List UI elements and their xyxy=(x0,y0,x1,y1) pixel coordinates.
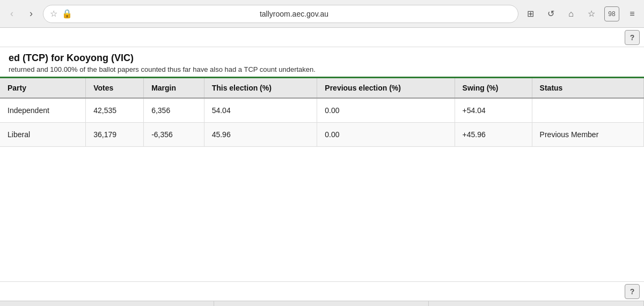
refresh-button[interactable]: ↺ xyxy=(543,6,558,21)
cell-previous-election: 0.00 xyxy=(317,123,455,147)
cell-previous-election: 0.00 xyxy=(317,98,455,123)
results-table-wrapper: Party Votes Margin This election (%) Pre… xyxy=(0,78,644,147)
cell-swing: +54.04 xyxy=(455,98,532,123)
col-previous-election: Previous election (%) xyxy=(317,78,455,98)
col-swing: Swing (%) xyxy=(455,78,532,98)
cell-party: Liberal xyxy=(0,123,86,147)
cell-swing: +45.96 xyxy=(455,123,532,147)
top-help-button[interactable]: ? xyxy=(625,30,640,45)
cell-status xyxy=(532,98,643,123)
forward-button[interactable]: › xyxy=(24,6,39,21)
col-margin: Margin xyxy=(144,78,204,98)
star-icon: ☆ xyxy=(50,9,57,19)
results-table: Party Votes Margin This election (%) Pre… xyxy=(0,78,644,147)
back-button[interactable]: ‹ xyxy=(4,6,19,21)
status-bar xyxy=(0,301,644,306)
cell-party: Independent xyxy=(0,98,86,123)
status-segment-3 xyxy=(430,301,644,306)
table-row: Independent42,5356,35654.040.00+54.04 xyxy=(0,98,644,123)
col-this-election: This election (%) xyxy=(204,78,317,98)
table-header-row: Party Votes Margin This election (%) Pre… xyxy=(0,78,644,98)
cell-this-election: 54.04 xyxy=(204,98,317,123)
top-scroll-area: ? xyxy=(0,28,644,47)
browser-actions: ⊞ ↺ ⌂ ☆ 98 ≡ xyxy=(523,6,640,21)
url-text: tallyroom.aec.gov.au xyxy=(77,10,511,18)
page-header: ed (TCP) for Kooyong (VIC) returned and … xyxy=(0,47,644,78)
col-party: Party xyxy=(0,78,86,98)
cell-margin: 6,356 xyxy=(144,98,204,123)
bookmark-button[interactable]: ☆ xyxy=(584,6,599,21)
col-status: Status xyxy=(532,78,643,98)
tab-icon-button[interactable]: ⊞ xyxy=(523,6,538,21)
col-votes: Votes xyxy=(86,78,144,98)
cell-this-election: 45.96 xyxy=(204,123,317,147)
lock-icon: 🔒 xyxy=(62,9,72,19)
address-bar[interactable]: ☆ 🔒 tallyroom.aec.gov.au xyxy=(43,5,518,23)
bottom-scroll-area: ? xyxy=(0,281,644,301)
cell-margin: -6,356 xyxy=(144,123,204,147)
page-subtitle: returned and 100.00% of the ballot paper… xyxy=(9,65,635,73)
badge-button[interactable]: 98 xyxy=(604,6,619,21)
home-button[interactable]: ⌂ xyxy=(564,6,579,21)
cell-votes: 42,535 xyxy=(86,98,144,123)
page-title: ed (TCP) for Kooyong (VIC) xyxy=(9,53,635,64)
menu-button[interactable]: ≡ xyxy=(625,6,640,21)
cell-votes: 36,179 xyxy=(86,123,144,147)
cell-status: Previous Member xyxy=(532,123,643,147)
table-row: Liberal36,179-6,35645.960.00+45.96Previo… xyxy=(0,123,644,147)
status-segment-2 xyxy=(215,301,429,306)
bottom-help-button[interactable]: ? xyxy=(625,284,640,299)
status-segment-1 xyxy=(0,301,214,306)
browser-chrome: ‹ › ☆ 🔒 tallyroom.aec.gov.au ⊞ ↺ ⌂ ☆ 98 … xyxy=(0,0,644,28)
page-content: ed (TCP) for Kooyong (VIC) returned and … xyxy=(0,47,644,281)
